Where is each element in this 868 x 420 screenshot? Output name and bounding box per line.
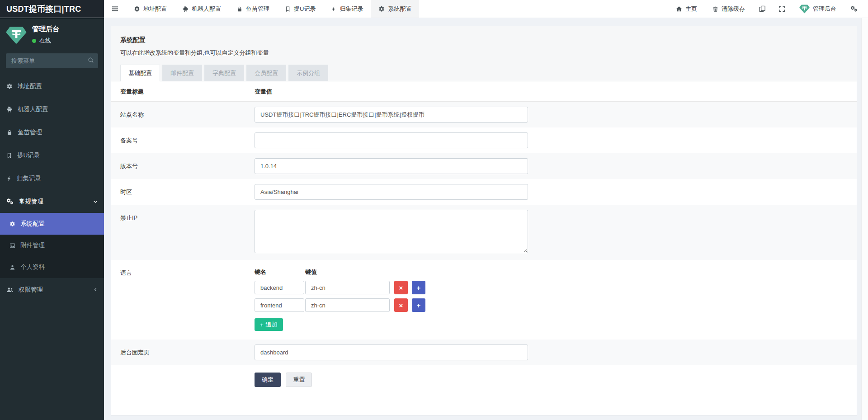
form-row-version: 版本号 xyxy=(111,153,857,179)
form-row-forbidden-ip: 禁止IP xyxy=(111,205,857,260)
sidebar-toggle-button[interactable] xyxy=(104,0,126,18)
language-value-input[interactable] xyxy=(305,298,390,312)
main-content: 系统配置 可以在此增改系统的变量和分组,也可以自定义分组和变量 基础配置 邮件配… xyxy=(104,18,861,420)
card-body: 变量标题 变量值 站点名称 备案号 版本号 时区 禁止IP xyxy=(111,81,857,415)
submit-button[interactable]: 确定 xyxy=(255,373,281,387)
gear-icon xyxy=(9,221,15,227)
remove-row-button[interactable]: × xyxy=(394,298,408,312)
topbar-right: 主页 清除缓存 管理后台 xyxy=(668,0,868,18)
config-card: 系统配置 可以在此增改系统的变量和分组,也可以自定义分组和变量 基础配置 邮件配… xyxy=(111,26,857,415)
key-name-header: 键名 xyxy=(255,268,305,276)
config-tabs: 基础配置 邮件配置 字典配置 会员配置 示例分组 xyxy=(120,65,848,81)
key-value-header: 键值 xyxy=(305,268,399,276)
card-header: 系统配置 可以在此增改系统的变量和分组,也可以自定义分组和变量 基础配置 邮件配… xyxy=(111,26,857,81)
form-row-timezone: 时区 xyxy=(111,179,857,205)
search-icon[interactable] xyxy=(88,57,94,63)
timezone-input[interactable] xyxy=(255,184,528,200)
home-button[interactable]: 主页 xyxy=(668,0,705,18)
page-title: 系统配置 xyxy=(120,36,848,44)
topnav-robot-config[interactable]: 机器人配置 xyxy=(175,0,229,18)
tab-mail-config[interactable]: 邮件配置 xyxy=(162,65,202,81)
sidebar-item-label: 提U记录 xyxy=(17,151,40,160)
sidebar-item-label: 地址配置 xyxy=(18,82,42,90)
row-label: 语言 xyxy=(120,265,255,277)
online-label: 在线 xyxy=(39,37,51,45)
append-button[interactable]: + 追加 xyxy=(255,318,283,331)
topnav-label: 地址配置 xyxy=(143,5,167,13)
clear-cache-label: 清除缓存 xyxy=(722,5,745,13)
add-row-button[interactable]: + xyxy=(412,298,425,312)
fullscreen-icon xyxy=(778,5,785,12)
tab-member-config[interactable]: 会员配置 xyxy=(246,65,286,81)
scrollbar[interactable] xyxy=(861,18,868,420)
column-header-value: 变量值 xyxy=(255,88,848,96)
cogs-icon xyxy=(850,5,858,12)
sidebar-item-label: 归集记录 xyxy=(17,175,41,183)
sidebar-menu: 地址配置 机器人配置 鱼苗管理 提U记录 归集记录 常规管理 系统配置 xyxy=(0,75,104,301)
android-icon xyxy=(182,6,189,12)
sidebar-item-robot-config[interactable]: 机器人配置 xyxy=(0,98,104,121)
topnav-fish-manage[interactable]: 鱼苗管理 xyxy=(229,0,277,18)
page-subtitle: 可以在此增改系统的变量和分组,也可以自定义分组和变量 xyxy=(120,49,848,57)
home-icon xyxy=(676,6,682,12)
tab-example-group[interactable]: 示例分组 xyxy=(288,65,328,81)
beian-input[interactable] xyxy=(255,132,528,148)
forbidden-ip-textarea[interactable] xyxy=(255,210,528,253)
language-value-input[interactable] xyxy=(305,281,390,294)
sidebar-item-permission-manage[interactable]: 权限管理 xyxy=(0,278,104,301)
copy-icon xyxy=(759,5,766,12)
fixed-page-input[interactable] xyxy=(255,344,528,360)
bolt-icon xyxy=(6,175,12,182)
language-pair-row: × + xyxy=(255,298,848,312)
gear-icon xyxy=(6,83,13,90)
language-key-input[interactable] xyxy=(255,298,304,312)
bolt-icon xyxy=(331,6,336,12)
sidebar-subitem-profile[interactable]: 个人资料 xyxy=(0,256,104,278)
sidebar-item-fish-manage[interactable]: 鱼苗管理 xyxy=(0,121,104,144)
form-row-beian: 备案号 xyxy=(111,127,857,153)
app-logo: USDT提币接口|TRC xyxy=(0,0,104,18)
fullscreen-button[interactable] xyxy=(772,0,792,18)
remove-row-button[interactable]: × xyxy=(394,281,408,294)
sidebar: 管理后台 在线 地址配置 机器人配置 鱼苗管理 提U记录 归 xyxy=(0,18,104,420)
copy-page-button[interactable] xyxy=(753,0,772,18)
topnav-system-config[interactable]: 系统配置 xyxy=(371,0,419,18)
topnav-label: 提U记录 xyxy=(294,5,316,13)
topnav-withdraw-records[interactable]: 提U记录 xyxy=(277,0,323,18)
user-name: 管理后台 xyxy=(32,25,59,33)
sidebar-subitem-attachment-manage[interactable]: 附件管理 xyxy=(0,235,104,256)
topnav-collect-records[interactable]: 归集记录 xyxy=(323,0,371,18)
sidebar-item-collect-records[interactable]: 归集记录 xyxy=(0,167,104,190)
reset-button[interactable]: 重置 xyxy=(286,373,312,387)
avatar xyxy=(6,24,27,45)
image-file-icon xyxy=(9,243,15,249)
sidebar-subitem-label: 系统配置 xyxy=(20,220,45,228)
sidebar-item-general-manage[interactable]: 常规管理 xyxy=(0,190,104,213)
clear-cache-button[interactable]: 清除缓存 xyxy=(705,0,753,18)
row-label: 站点名称 xyxy=(120,107,255,119)
column-header-title: 变量标题 xyxy=(120,88,255,96)
site-name-input[interactable] xyxy=(255,107,528,123)
avatar xyxy=(799,4,810,14)
language-key-input[interactable] xyxy=(255,281,304,294)
language-subtable-header: 键名 键值 xyxy=(255,265,399,281)
add-row-button[interactable]: + xyxy=(412,281,425,294)
sidebar-subitem-label: 附件管理 xyxy=(20,241,45,250)
sidebar-item-label: 常规管理 xyxy=(19,198,43,206)
sidebar-item-withdraw-records[interactable]: 提U记录 xyxy=(0,144,104,167)
admin-profile-button[interactable]: 管理后台 xyxy=(792,0,844,18)
form-row-language: 语言 键名 键值 × + × xyxy=(111,260,857,336)
user-status: 在线 xyxy=(32,37,59,45)
row-label: 禁止IP xyxy=(120,210,255,222)
version-input[interactable] xyxy=(255,158,528,174)
tab-dictionary-config[interactable]: 字典配置 xyxy=(204,65,244,81)
sidebar-item-address-config[interactable]: 地址配置 xyxy=(0,75,104,98)
row-spacer xyxy=(111,336,857,340)
topnav-address-config[interactable]: 地址配置 xyxy=(126,0,175,18)
row-label: 备案号 xyxy=(120,132,255,145)
settings-button[interactable] xyxy=(844,0,864,18)
sidebar-subitem-system-config[interactable]: 系统配置 xyxy=(0,213,104,235)
form-table-header: 变量标题 变量值 xyxy=(111,81,857,102)
search-input[interactable] xyxy=(6,53,98,68)
tab-basic-config[interactable]: 基础配置 xyxy=(120,65,160,81)
